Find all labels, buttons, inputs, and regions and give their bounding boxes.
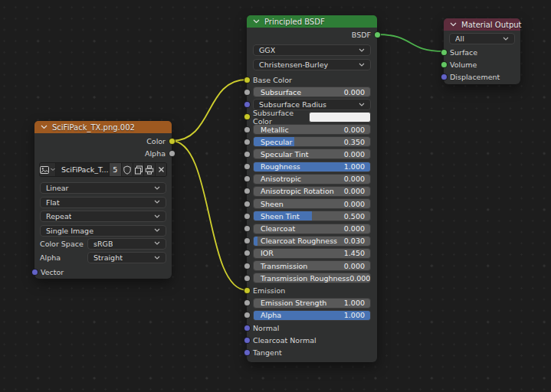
- prop-dropdown-0[interactable]: sRGB: [87, 238, 166, 250]
- node-header-image-texture[interactable]: SciFiPack_TX.png.002: [34, 121, 172, 133]
- node-socket[interactable]: [169, 150, 175, 157]
- slider-ior[interactable]: IOR1.450: [253, 248, 371, 259]
- node-socket[interactable]: [244, 113, 251, 120]
- node-image-texture[interactable]: SciFiPack_TX.png.002 ColorAlpha SciFiPac…: [34, 121, 172, 279]
- dropdown-value: Linear: [46, 184, 69, 192]
- node-socket[interactable]: [244, 126, 251, 133]
- node-socket[interactable]: [244, 312, 251, 318]
- node-socket[interactable]: [244, 349, 251, 356]
- prop-dropdown-1[interactable]: Straight: [87, 252, 166, 263]
- output-row-alpha: Alpha: [34, 147, 172, 159]
- image-datablock-row: SciFiPack_T... 5: [39, 162, 167, 177]
- input-label: Normal: [253, 324, 279, 332]
- new-image-button[interactable]: [133, 163, 145, 176]
- slider-clearcoat[interactable]: Clearcoat0.000: [253, 224, 371, 234]
- input-label: Displacement: [450, 73, 500, 81]
- texture-dropdown-2[interactable]: Repeat: [40, 211, 166, 222]
- slider-sheen-tint[interactable]: Sheen Tint0.500: [253, 211, 371, 221]
- node-socket[interactable]: [374, 31, 381, 38]
- node-socket[interactable]: [244, 201, 251, 207]
- node-socket[interactable]: [244, 325, 251, 332]
- slider-transmission[interactable]: Transmission0.000: [253, 260, 371, 271]
- slider-anisotropic[interactable]: Anisotropic0.000: [253, 174, 371, 185]
- node-socket[interactable]: [244, 237, 251, 244]
- slider-transmission-roughness[interactable]: Transmission Roughness0.000: [253, 273, 371, 283]
- input-row-subsurface-color: Subsurface Color: [247, 111, 377, 123]
- texture-dropdown-0[interactable]: Linear: [40, 182, 166, 194]
- texture-dropdown-1[interactable]: Flat: [40, 197, 166, 208]
- slider-label: Specular Tint: [261, 150, 308, 158]
- node-editor-canvas[interactable]: SciFiPack_TX.png.002 ColorAlpha SciFiPac…: [0, 0, 551, 392]
- node-socket[interactable]: [244, 225, 251, 232]
- node-socket[interactable]: [441, 61, 448, 68]
- input-row-vector: Vector: [34, 266, 172, 279]
- node-socket[interactable]: [441, 74, 448, 80]
- node-socket[interactable]: [244, 287, 251, 294]
- slider-emission-strength[interactable]: Emission Strength1.000: [253, 298, 371, 309]
- chevron-down-icon: [154, 200, 160, 204]
- slider-roughness[interactable]: Roughness1.000: [253, 162, 371, 172]
- slider-subsurface[interactable]: Subsurface0.000: [253, 87, 371, 97]
- slider-clearcoat-roughness[interactable]: Clearcoat Roughness0.030: [253, 236, 371, 247]
- node-socket[interactable]: [244, 175, 251, 182]
- slider-value: 0.030: [344, 237, 365, 245]
- slider-anisotropic-rotation[interactable]: Anisotropic Rotation0.000: [253, 186, 371, 197]
- bsdf-dropdown-0[interactable]: GGX: [253, 44, 371, 56]
- node-socket[interactable]: [441, 49, 448, 56]
- pack-image-button[interactable]: [144, 163, 156, 176]
- image-name-field[interactable]: SciFiPack_T...: [56, 163, 110, 176]
- node-socket[interactable]: [244, 188, 251, 194]
- node-socket[interactable]: [31, 269, 38, 276]
- image-browse-button[interactable]: [40, 163, 56, 176]
- node-socket[interactable]: [244, 77, 251, 83]
- node-socket[interactable]: [244, 139, 251, 145]
- node-socket[interactable]: [244, 89, 251, 96]
- texture-dropdown-3[interactable]: Single Image: [40, 225, 166, 237]
- color-swatch-subsurface-color[interactable]: [309, 112, 371, 122]
- slider-specular[interactable]: Specular0.350: [253, 136, 371, 147]
- chevron-down-icon: [359, 103, 365, 107]
- slider-alpha[interactable]: Alpha1.000: [253, 310, 371, 321]
- slider-value: 0.000: [344, 150, 365, 158]
- node-socket[interactable]: [244, 299, 251, 306]
- slider-label: Clearcoat: [261, 224, 295, 233]
- slider-label: Anisotropic: [261, 175, 301, 183]
- collapse-chevron-icon[interactable]: [41, 125, 48, 129]
- slider-label: Transmission Roughness: [261, 274, 349, 283]
- node-socket[interactable]: [244, 101, 251, 108]
- chevron-down-icon: [503, 37, 509, 41]
- wire-color-to-base-color: [172, 80, 247, 141]
- collapse-chevron-icon[interactable]: [253, 19, 260, 24]
- node-socket[interactable]: [244, 263, 251, 270]
- slider-sheen[interactable]: Sheen0.000: [253, 198, 371, 209]
- slider-value: 0.500: [344, 212, 365, 220]
- output-target-dropdown[interactable]: All: [449, 33, 515, 44]
- wire-bsdf-to-surface: [377, 34, 444, 51]
- unlink-image-button[interactable]: [156, 163, 166, 176]
- fake-user-shield-button[interactable]: [122, 163, 133, 176]
- chevron-down-icon: [51, 168, 55, 172]
- node-socket[interactable]: [169, 138, 175, 145]
- node-socket[interactable]: [244, 163, 251, 170]
- node-header-material-output[interactable]: Material Output: [444, 18, 520, 31]
- slider-label: Metallic: [261, 126, 289, 134]
- node-principled-bsdf[interactable]: Principled BSDF BSDF GGXChristensen-Burl…: [247, 15, 377, 362]
- slider-specular-tint[interactable]: Specular Tint0.000: [253, 149, 371, 159]
- node-header-principled-bsdf[interactable]: Principled BSDF: [247, 15, 377, 28]
- input-row-base-color: Base Color: [247, 74, 377, 86]
- node-socket[interactable]: [244, 250, 251, 256]
- node-socket[interactable]: [244, 337, 251, 344]
- slider-label: Alpha: [261, 311, 281, 319]
- node-socket[interactable]: [244, 151, 251, 158]
- bsdf-dropdown-1[interactable]: Christensen-Burley: [253, 59, 371, 70]
- users-count-button[interactable]: 5: [110, 163, 122, 176]
- node-material-output[interactable]: Material Output All SurfaceVolumeDisplac…: [444, 18, 520, 84]
- slider-value: 0.000: [344, 88, 365, 96]
- input-row-volume: Volume: [444, 58, 520, 70]
- slider-value: 1.000: [344, 162, 365, 171]
- collapse-chevron-icon[interactable]: [450, 22, 457, 27]
- node-socket[interactable]: [244, 275, 251, 282]
- slider-metallic[interactable]: Metallic0.000: [253, 124, 371, 135]
- node-socket[interactable]: [244, 213, 251, 220]
- dropdown-value: Flat: [46, 198, 60, 207]
